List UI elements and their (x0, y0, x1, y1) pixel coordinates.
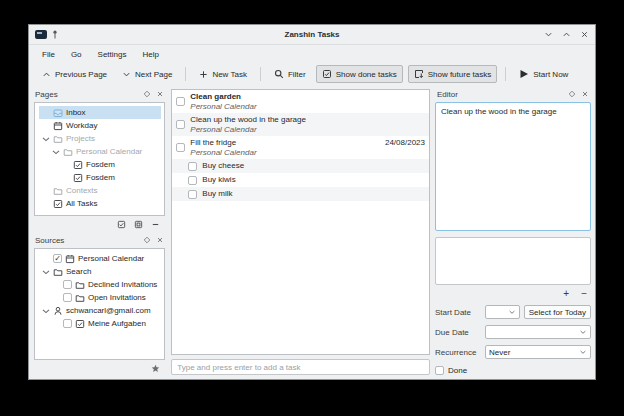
done-checkbox[interactable] (435, 366, 444, 375)
toolbar-separator (505, 67, 506, 81)
show-done-tasks-button[interactable]: Show done tasks (316, 65, 403, 83)
task-row[interactable]: Fill the fridgePersonal Calendar24/08/20… (172, 136, 429, 159)
float-dock-icon[interactable] (143, 236, 151, 244)
folder-icon (75, 280, 85, 290)
menu-help[interactable]: Help (135, 48, 165, 61)
task-checkbox[interactable] (176, 120, 185, 129)
show-future-tasks-button[interactable]: Show future tasks (408, 65, 498, 83)
task-checkbox[interactable] (176, 97, 185, 106)
start-date-combobox[interactable] (485, 305, 520, 319)
tree-item-contexts[interactable]: Contexts (39, 184, 161, 197)
tree-item-personal-calendar[interactable]: ✓Personal Calendar (39, 252, 161, 265)
checkbox-unchecked[interactable] (63, 293, 72, 302)
task-checkbox[interactable] (188, 176, 197, 185)
next-page-button[interactable]: Next Page (117, 67, 177, 82)
recurrence-label: Recurrence (435, 348, 481, 357)
add-task-placeholder: Type and press enter to add a task (177, 363, 300, 372)
task-title: Buy cheese (202, 161, 425, 171)
tree-item-label: Contexts (66, 186, 98, 195)
task-row[interactable]: Buy cheese (172, 159, 429, 173)
expander-chevron-icon[interactable] (51, 147, 60, 157)
calendar-icon (65, 254, 75, 264)
start-now-button[interactable]: Start Now (514, 66, 573, 82)
sources-buttons (31, 362, 168, 377)
menu-settings[interactable]: Settings (91, 48, 134, 61)
task-source-label: Personal Calendar (190, 125, 425, 134)
recurrence-combobox[interactable]: Never (485, 345, 591, 359)
tree-item-schwancarl-gmail-com[interactable]: schwancarl@gmail.com (39, 304, 161, 317)
tree-item-all-tasks[interactable]: All Tasks (39, 197, 161, 210)
tree-item-label: Open Invitations (88, 293, 146, 302)
editor-dock-header: Editor (433, 87, 593, 101)
checkbox-unchecked[interactable] (63, 319, 72, 328)
pages-tree: InboxWorkdayProjectsPersonal CalendarFos… (34, 102, 165, 216)
tree-item-search[interactable]: Search (39, 265, 161, 278)
expander-chevron-icon[interactable] (41, 267, 50, 277)
task-list: Clean gardenPersonal CalendarClean up th… (171, 89, 430, 355)
task-checkbox[interactable] (176, 143, 185, 152)
menu-file[interactable]: File (35, 48, 62, 61)
task-row[interactable]: Clean gardenPersonal Calendar (172, 90, 429, 113)
task-row[interactable]: Buy kiwis (172, 173, 429, 187)
remove-page-button[interactable] (151, 220, 160, 229)
close-button[interactable] (580, 30, 589, 39)
task-text-editor[interactable]: Clean up the wood in the garage (435, 102, 591, 231)
checkbox-checked[interactable]: ✓ (53, 254, 62, 263)
chevron-down-icon (41, 134, 51, 144)
chevron-down-icon (579, 328, 587, 336)
task-checkbox[interactable] (188, 162, 197, 171)
float-dock-icon[interactable] (143, 90, 151, 98)
chevron-down-icon (51, 147, 61, 157)
tree-item-projects[interactable]: Projects (39, 132, 161, 145)
checkbox-unchecked[interactable] (63, 280, 72, 289)
add-project-button[interactable] (117, 220, 126, 229)
task-row[interactable]: Clean up the wood in the garagePersonal … (172, 113, 429, 136)
menu-go[interactable]: Go (64, 48, 89, 61)
calendar-arrow-icon (414, 69, 424, 79)
close-dock-icon[interactable] (156, 90, 164, 98)
add-task-input[interactable]: Type and press enter to add a task (171, 359, 430, 375)
add-context-button[interactable] (134, 220, 143, 229)
menu-bar: FileGoSettingsHelp (29, 45, 595, 63)
close-dock-icon[interactable] (156, 236, 164, 244)
tree-item-open-invitations[interactable]: Open Invitations (49, 291, 161, 304)
task-title: Buy kiwis (202, 175, 425, 185)
task-due-date: 24/08/2023 (385, 138, 425, 147)
app-icon (35, 30, 47, 39)
tree-item-label: Workday (66, 121, 97, 130)
minimize-button[interactable] (544, 30, 553, 39)
tree-item-meine-aufgaben[interactable]: Meine Aufgaben (49, 317, 161, 330)
task-checkbox[interactable] (188, 190, 197, 199)
editor-dock-title: Editor (437, 90, 568, 99)
default-source-star-icon[interactable] (151, 364, 160, 373)
select-for-today-button[interactable]: Select for Today (524, 305, 591, 319)
attachments-box[interactable] (435, 237, 591, 285)
tree-item-declined-invitations[interactable]: Declined Invitations (49, 278, 161, 291)
start-date-label: Start Date (435, 308, 481, 317)
task-title: Clean garden (190, 92, 425, 102)
due-date-combobox[interactable] (485, 325, 591, 339)
add-attachment-button[interactable]: + (563, 288, 569, 299)
maximize-button[interactable] (562, 30, 571, 39)
expander-chevron-icon[interactable] (41, 306, 50, 316)
title-bar: Zanshin Tasks (29, 25, 595, 45)
tree-item-fosdem[interactable]: Fosdem (59, 158, 161, 171)
tree-item-label: Declined Invitations (88, 280, 157, 289)
tree-item-fosdem[interactable]: Fosdem (59, 171, 161, 184)
remove-attachment-button[interactable]: − (581, 288, 587, 299)
chevron-down-icon (41, 306, 51, 316)
filter-button[interactable]: Filter (269, 66, 311, 82)
tree-item-personal-calendar[interactable]: Personal Calendar (49, 145, 161, 158)
task-title: Fill the fridge (190, 138, 380, 148)
float-dock-icon[interactable] (568, 90, 576, 98)
task-row[interactable]: Buy milk (172, 187, 429, 201)
new-task-button[interactable]: New Task (194, 67, 252, 82)
close-dock-icon[interactable] (581, 90, 589, 98)
tree-item-inbox[interactable]: Inbox (39, 106, 161, 119)
tree-item-workday[interactable]: Workday (39, 119, 161, 132)
app-window: Zanshin Tasks FileGoSettingsHelp Previou… (28, 24, 596, 380)
calendar-check-icon (73, 173, 83, 183)
previous-page-button[interactable]: Previous Page (37, 67, 112, 82)
expander-chevron-icon[interactable] (41, 134, 50, 144)
due-date-label: Due Date (435, 328, 481, 337)
